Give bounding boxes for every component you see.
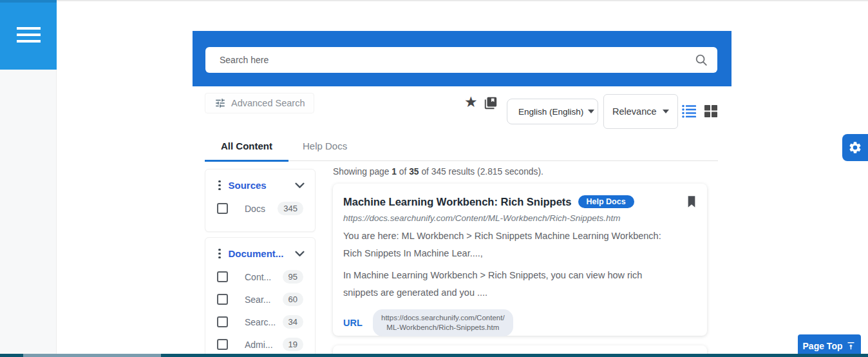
chevron-down-icon [663,110,669,113]
language-selector[interactable]: English (English) [507,99,598,124]
facet-item-count: 34 [283,315,303,329]
facet-document-type-header[interactable]: Document... [205,238,315,259]
facet-sources: Sources Docs 345 [205,169,316,232]
facet-item: Cont... 95 [205,265,315,288]
kebab-menu-icon[interactable] [218,249,221,259]
scrollbar-thumb[interactable] [23,354,161,357]
sort-selector[interactable]: Relevance [603,94,678,129]
search-result-card: Machine Learning Workbench: Rich Snippet… [333,184,707,336]
hamburger-menu-button[interactable] [0,0,57,70]
list-view-button[interactable] [681,103,697,119]
sort-selected-label: Relevance [612,106,657,117]
current-page-number: 1 [392,167,397,177]
page-top-label: Page Top [803,341,843,351]
bookmark-icon[interactable] [686,195,697,208]
facet-item-count: 345 [278,202,303,215]
advanced-search-button[interactable]: Advanced Search [205,93,314,113]
source-badge: Help Docs [578,195,634,208]
facet-item: Searc... 34 [205,311,315,333]
search-icon[interactable] [694,53,708,67]
result-title-link[interactable]: Machine Learning Workbench: Rich Snippet… [343,196,572,208]
tab-help-docs[interactable]: Help Docs [303,140,347,151]
facet-item: Admi... 19 [205,333,315,356]
language-selected-label: English (English) [518,107,583,117]
tune-sliders-icon [214,97,226,109]
search-results-page: Advanced Search ★ English (English) Rele… [0,0,868,357]
checkbox[interactable] [217,339,228,350]
total-pages: 35 [409,167,419,177]
result-snippet-1: You are here: ML Workbench > Rich Snippe… [343,227,672,262]
facet-item-label[interactable]: Sear... [245,294,283,305]
facet-item-label[interactable]: Cont... [245,272,283,282]
favorites-star-icon[interactable]: ★ [464,95,478,110]
url-field-label: URL [343,318,363,328]
checkbox[interactable] [217,316,228,327]
chevron-down-icon[interactable] [295,182,305,189]
result-breadcrumb-url[interactable]: https://docs.searchunify.com/Content/ML-… [343,213,697,223]
horizontal-scrollbar[interactable] [0,354,868,357]
kebab-menu-icon[interactable] [218,180,221,191]
scroll-to-top-icon [846,341,856,351]
results-summary: Showing page 1 of 35 of 345 results (2.8… [333,167,543,177]
search-band [193,31,731,86]
facet-item: Sear... 60 [205,288,315,311]
chevron-down-icon [588,110,594,113]
advanced-search-label: Advanced Search [231,98,305,108]
url-value-chip[interactable]: https://docs.searchunify.com/Content/ML-… [373,309,513,336]
facet-item-label[interactable]: Searc... [245,317,283,327]
search-bar[interactable] [205,47,717,73]
search-input[interactable] [220,55,694,65]
checkbox[interactable] [217,271,228,282]
facet-item-count: 19 [283,338,303,351]
saved-collections-icon[interactable] [484,96,498,110]
facet-title: Sources [229,180,267,191]
facet-document-type: Document... Cont... 95 Sear... 60 Searc.… [205,237,316,357]
facet-item-count: 95 [283,270,303,284]
active-tab-underline [205,160,288,162]
chevron-down-icon[interactable] [295,251,305,257]
facet-item-docs: Docs 345 [205,197,315,220]
checkbox[interactable] [217,203,228,214]
content-tabs: All Content Help Docs [205,135,718,161]
result-snippet-2: In Machine Learning Workbench > Rich Sni… [343,267,672,302]
hamburger-icon [17,27,41,30]
facet-item-count: 60 [283,293,303,306]
settings-flyout-button[interactable] [842,134,868,161]
facet-title: Document... [229,248,284,259]
facet-sources-header[interactable]: Sources [205,169,315,191]
facet-item-label[interactable]: Docs [245,204,278,214]
top-divider [57,0,868,1]
gear-icon [848,140,862,155]
grid-view-button[interactable] [703,103,719,119]
tab-all-content[interactable]: All Content [221,140,272,151]
facet-item-label[interactable]: Admi... [245,340,283,350]
checkbox[interactable] [217,294,228,305]
